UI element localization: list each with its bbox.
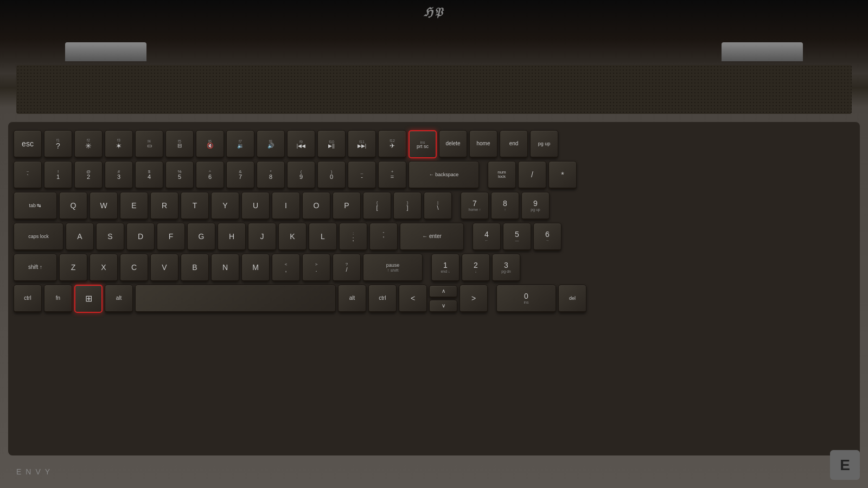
key-esc[interactable]: esc [14, 130, 42, 158]
key-numpad-8[interactable]: 8↑ [491, 192, 519, 220]
key-7[interactable]: &7 [226, 161, 254, 189]
key-f1[interactable]: f1? [44, 130, 72, 158]
key-numpad-1[interactable]: 1end ↓ [431, 254, 459, 282]
key-caps-lock[interactable]: caps lock [14, 223, 63, 251]
key-f12[interactable]: f12✈ [378, 130, 406, 158]
key-1[interactable]: !1 [44, 161, 72, 189]
key-f9[interactable]: f9|◀◀ [287, 130, 315, 158]
key-fn[interactable]: fn [44, 285, 72, 313]
key-b[interactable]: B [181, 254, 209, 282]
key-f2[interactable]: f2✳ [74, 130, 103, 158]
key-k[interactable]: K [278, 223, 307, 251]
key-left-bracket[interactable]: {[ [363, 192, 391, 220]
key-enter[interactable]: ← enter [400, 223, 464, 251]
key-forward-slash[interactable]: ?/ [333, 254, 361, 282]
key-period[interactable]: >. [302, 254, 330, 282]
key-prt-sc[interactable]: ins prt sc [409, 130, 437, 158]
key-quote[interactable]: "' [369, 223, 398, 251]
key-v[interactable]: V [150, 254, 178, 282]
key-numpad-9[interactable]: 9pg up [521, 192, 550, 220]
key-f3[interactable]: f3✶ [105, 130, 133, 158]
key-arrow-up[interactable]: ∧ [429, 285, 457, 298]
key-4[interactable]: $4 [135, 161, 163, 189]
key-ctrl-right[interactable]: ctrl [368, 285, 397, 313]
key-arrow-left[interactable]: < [399, 285, 427, 313]
key-n[interactable]: N [211, 254, 239, 282]
key-2[interactable]: @2 [74, 161, 103, 189]
key-numpad-7[interactable]: 7home ↑ [461, 192, 489, 220]
key-e[interactable]: E [120, 192, 148, 220]
key-alt-left[interactable]: alt [105, 285, 133, 313]
key-j[interactable]: J [248, 223, 276, 251]
key-r[interactable]: R [150, 192, 178, 220]
key-3[interactable]: #3 [105, 161, 133, 189]
key-y[interactable]: Y [211, 192, 239, 220]
key-pg-up[interactable]: pg up [530, 130, 558, 158]
key-minus[interactable]: _- [348, 161, 376, 189]
key-q[interactable]: Q [59, 192, 87, 220]
key-tab[interactable]: tab ↹ [14, 192, 57, 220]
key-w[interactable]: W [90, 192, 118, 220]
hp-logo: ℌ𝔓 [424, 5, 444, 20]
key-ctrl-left[interactable]: ctrl [14, 285, 42, 313]
key-right-bracket[interactable]: }] [393, 192, 422, 220]
key-semicolon[interactable]: :; [339, 223, 367, 251]
key-f7[interactable]: f7🔉 [226, 130, 254, 158]
key-arrow-down[interactable]: ∨ [429, 300, 457, 313]
fn-row: esc f1? f2✳ f3✶ f4▭ f5⊟ f6🔇 f7🔉 f8🔊 f9|◀… [14, 130, 854, 158]
key-d[interactable]: D [126, 223, 155, 251]
key-numpad-del[interactable]: del [558, 285, 586, 313]
key-c[interactable]: C [120, 254, 148, 282]
key-pause[interactable]: pause ↑ shift [363, 254, 423, 282]
key-win[interactable]: ⊞ [74, 285, 103, 313]
key-backtick[interactable]: ~` [14, 161, 42, 189]
key-numpad-slash[interactable]: / [518, 161, 546, 189]
key-s[interactable]: S [96, 223, 124, 251]
key-f4[interactable]: f4▭ [135, 130, 163, 158]
key-numpad-6[interactable]: 6 → [533, 223, 561, 251]
key-shift-left[interactable]: shift ↑ [14, 254, 57, 282]
key-equals[interactable]: += [378, 161, 406, 189]
key-f6[interactable]: f6🔇 [196, 130, 224, 158]
key-numpad-4[interactable]: 4← [473, 223, 501, 251]
key-a[interactable]: A [66, 223, 94, 251]
key-numpad-2[interactable]: 2↓ [462, 254, 490, 282]
key-f8[interactable]: f8🔊 [257, 130, 285, 158]
key-alt-right[interactable]: alt [338, 285, 366, 313]
key-u[interactable]: U [241, 192, 270, 220]
key-5[interactable]: %5 [165, 161, 194, 189]
key-6[interactable]: ^6 [196, 161, 224, 189]
key-l[interactable]: L [309, 223, 337, 251]
key-8[interactable]: *8 [257, 161, 285, 189]
key-home[interactable]: home [469, 130, 497, 158]
key-numpad-3[interactable]: 3pg dn [492, 254, 520, 282]
key-0[interactable]: )0 [317, 161, 346, 189]
key-backspace[interactable]: ← backspace [409, 161, 479, 189]
key-z[interactable]: Z [59, 254, 87, 282]
key-delete[interactable]: delete [439, 130, 467, 158]
key-h[interactable]: H [218, 223, 246, 251]
key-x[interactable]: X [90, 254, 118, 282]
key-end[interactable]: end [500, 130, 528, 158]
hinge-right [722, 42, 803, 61]
key-o[interactable]: O [302, 192, 330, 220]
key-g[interactable]: G [187, 223, 215, 251]
speaker-grille [16, 65, 852, 114]
key-9[interactable]: (9 [287, 161, 315, 189]
key-m[interactable]: M [241, 254, 270, 282]
key-f5[interactable]: f5⊟ [165, 130, 194, 158]
key-space[interactable] [135, 285, 336, 313]
key-numpad-5[interactable]: 5— [503, 223, 531, 251]
key-p[interactable]: P [333, 192, 361, 220]
key-f10[interactable]: f10▶|| [317, 130, 346, 158]
key-f[interactable]: F [157, 223, 185, 251]
key-arrow-right[interactable]: > [459, 285, 488, 313]
key-comma[interactable]: <, [272, 254, 300, 282]
key-i[interactable]: I [272, 192, 300, 220]
key-numpad-asterisk[interactable]: * [548, 161, 577, 189]
key-backslash[interactable]: |\ [424, 192, 452, 220]
key-f11[interactable]: f11▶▶| [348, 130, 376, 158]
key-numpad-0[interactable]: 0ins [496, 285, 556, 313]
key-t[interactable]: T [181, 192, 209, 220]
key-num-lock[interactable]: numlock [488, 161, 516, 189]
